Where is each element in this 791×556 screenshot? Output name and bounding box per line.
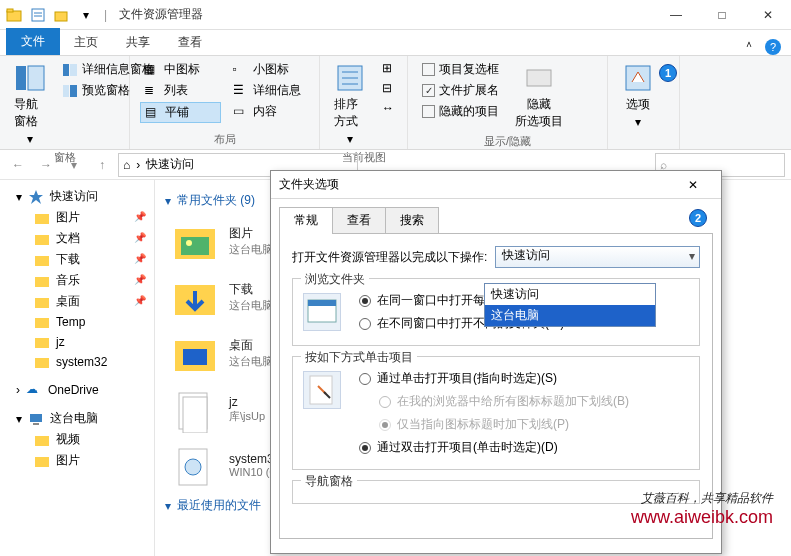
view-medium-icons[interactable]: ▦中图标	[140, 60, 221, 79]
dialog-close-button[interactable]: ✕	[673, 174, 713, 196]
svg-rect-29	[35, 436, 49, 446]
forward-button[interactable]: →	[34, 153, 58, 177]
sidebar-item-music[interactable]: 音乐📌	[0, 270, 154, 291]
chevron-right-icon: ›	[136, 158, 140, 172]
chevron-up-icon[interactable]: ＾	[743, 38, 755, 55]
svg-rect-32	[181, 237, 209, 255]
radio-double-click[interactable]: 通过双击打开项目(单击时选定)(D)	[303, 436, 689, 459]
tab-view[interactable]: 查看	[164, 30, 216, 55]
tab-home[interactable]: 主页	[60, 30, 112, 55]
tab-search[interactable]: 搜索	[385, 207, 439, 234]
svg-rect-7	[28, 66, 44, 90]
svg-rect-30	[35, 457, 49, 467]
options-button[interactable]: 选项▾	[618, 60, 658, 131]
sidebar-onedrive[interactable]: ›☁OneDrive	[0, 380, 154, 400]
view-details[interactable]: ☰详细信息	[229, 81, 310, 100]
app-icon	[4, 5, 24, 25]
group-layout-label: 布局	[140, 130, 309, 147]
back-button[interactable]: ←	[6, 153, 30, 177]
svg-rect-26	[35, 358, 49, 368]
tab-general[interactable]: 常规	[279, 207, 333, 234]
sidebar-item-temp[interactable]: Temp	[0, 312, 154, 332]
checkbox-file-extensions[interactable]: 文件扩展名	[418, 81, 503, 100]
ribbon-tabs: 文件 主页 共享 查看 ＾ ?	[0, 30, 791, 56]
sidebar-item-documents[interactable]: 文档📌	[0, 228, 154, 249]
svg-rect-20	[35, 235, 49, 245]
dialog-tabs: 常规 查看 搜索 2	[271, 199, 721, 234]
help-icon[interactable]: ?	[765, 39, 781, 55]
home-icon: ⌂	[123, 158, 130, 172]
dialog-titlebar[interactable]: 文件夹选项 ✕	[271, 171, 721, 199]
navpane-legend: 导航窗格	[301, 473, 357, 490]
breadcrumb-location[interactable]: 快速访问	[146, 156, 194, 173]
svg-point-40	[185, 459, 201, 475]
click-items-group: 按如下方式单击项目 通过单击打开项目(指向时选定)(S) 在我的浏览器中给所有图…	[292, 356, 700, 470]
svg-rect-24	[35, 318, 49, 328]
new-folder-icon[interactable]	[52, 5, 72, 25]
sidebar-thispc[interactable]: ▾这台电脑	[0, 408, 154, 429]
radio-underline-all: 在我的浏览器中给所有图标标题加下划线(B)	[303, 390, 689, 413]
open-explorer-select[interactable]: 快速访问	[495, 246, 700, 268]
browse-icon	[303, 293, 341, 331]
sizecol-button[interactable]: ↔	[378, 100, 402, 118]
sidebar-item-jz[interactable]: jz	[0, 332, 154, 352]
recent-dropdown[interactable]: ▾	[62, 153, 86, 177]
addcol-button[interactable]: ⊟	[378, 80, 402, 98]
properties-icon[interactable]	[28, 5, 48, 25]
nav-pane-button[interactable]: 导航窗格 ▾	[10, 60, 50, 148]
view-tiles[interactable]: ▤平铺	[140, 102, 221, 123]
nav-tree[interactable]: ▾ 快速访问 图片📌 文档📌 下载📌 音乐📌 桌面📌 Temp jz syste…	[0, 180, 155, 556]
checkbox-item-checkboxes[interactable]: 项目复选框	[418, 60, 503, 79]
sidebar-item-downloads[interactable]: 下载📌	[0, 249, 154, 270]
qat-dropdown-icon[interactable]: ▾	[76, 5, 96, 25]
annotation-badge-1: 1	[659, 64, 677, 82]
click-icon	[303, 371, 341, 409]
browse-legend: 浏览文件夹	[301, 271, 369, 288]
sidebar-quick-access[interactable]: ▾ 快速访问	[0, 186, 154, 207]
view-list[interactable]: ≣列表	[140, 81, 221, 100]
nav-pane-label: 导航窗格	[14, 96, 46, 130]
titlebar: ▾ | 文件资源管理器 — □ ✕	[0, 0, 791, 30]
tab-share[interactable]: 共享	[112, 30, 164, 55]
hide-selected-button[interactable]: 隐藏 所选项目	[511, 60, 567, 132]
chevron-down-icon: ▾	[165, 194, 171, 208]
radio-single-click[interactable]: 通过单击打开项目(指向时选定)(S)	[303, 367, 689, 390]
svg-rect-10	[63, 85, 69, 97]
dialog-body: 打开文件资源管理器以完成以下操作: 快速访问 浏览文件夹 在同一窗口中打开每个文…	[279, 233, 713, 539]
chevron-down-icon: ▾	[16, 412, 22, 426]
svg-rect-28	[33, 423, 39, 425]
svg-rect-23	[35, 298, 49, 308]
view-small-icons[interactable]: ▫小图标	[229, 60, 310, 79]
sort-button[interactable]: 排序方式▾	[330, 60, 370, 148]
pin-icon: 📌	[134, 211, 146, 222]
svg-rect-36	[183, 349, 207, 365]
sidebar-item-desktop[interactable]: 桌面📌	[0, 291, 154, 312]
open-explorer-dropdown-list[interactable]: 快速访问 这台电脑	[484, 283, 656, 327]
svg-rect-25	[35, 338, 49, 348]
tab-file[interactable]: 文件	[6, 28, 60, 55]
checkbox-hidden-items[interactable]: 隐藏的项目	[418, 102, 503, 121]
ribbon: 导航窗格 ▾ 详细信息窗格 预览窗格 窗格 ▦中图标 ≣列表 ▤平铺 ▫小图标 …	[0, 56, 791, 150]
dialog-title: 文件夹选项	[279, 176, 339, 193]
dropdown-option-thispc[interactable]: 这台电脑	[485, 305, 655, 326]
pin-icon: 📌	[134, 274, 146, 285]
sidebar-item-pictures2[interactable]: 图片	[0, 450, 154, 471]
radio-underline-point: 仅当指向图标标题时加下划线(P)	[303, 413, 689, 436]
svg-rect-16	[527, 70, 551, 86]
up-button[interactable]: ↑	[90, 153, 114, 177]
close-button[interactable]: ✕	[745, 0, 791, 30]
sidebar-item-system32[interactable]: system32	[0, 352, 154, 372]
svg-rect-8	[63, 64, 69, 76]
sidebar-item-videos[interactable]: 视频	[0, 429, 154, 450]
groupby-button[interactable]: ⊞	[378, 60, 402, 78]
sidebar-item-pictures[interactable]: 图片📌	[0, 207, 154, 228]
dropdown-option-quick[interactable]: 快速访问	[485, 284, 655, 305]
annotation-badge-2: 2	[689, 209, 707, 227]
view-content[interactable]: ▭内容	[229, 102, 310, 121]
chevron-down-icon: ▾	[16, 190, 22, 204]
tab-view2[interactable]: 查看	[332, 207, 386, 234]
svg-rect-38	[183, 397, 207, 433]
maximize-button[interactable]: □	[699, 0, 745, 30]
minimize-button[interactable]: —	[653, 0, 699, 30]
svg-marker-18	[29, 190, 43, 204]
